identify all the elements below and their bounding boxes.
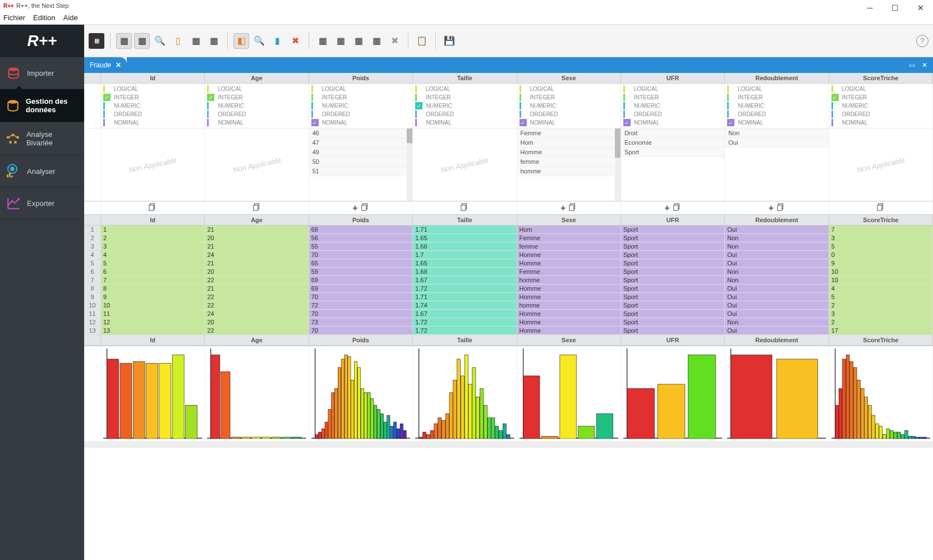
cell[interactable]: Oui xyxy=(725,251,829,259)
copy-icon[interactable] xyxy=(149,203,157,213)
cell[interactable]: Sport xyxy=(621,259,725,268)
cell[interactable]: 70 xyxy=(309,293,413,301)
add-icon[interactable]: + xyxy=(664,203,669,213)
type-option-numeric[interactable]: NUMERIC xyxy=(311,102,410,110)
menu-aide[interactable]: Aide xyxy=(63,13,78,22)
chart-cell-scoretriche[interactable] xyxy=(829,346,933,441)
cell[interactable]: 69 xyxy=(309,284,413,293)
cell[interactable]: 1.65 xyxy=(413,259,517,268)
minimize-button[interactable]: ─ xyxy=(857,0,883,16)
delete-col-button[interactable]: ▦ xyxy=(206,33,222,49)
cell[interactable]: 3 xyxy=(829,310,933,318)
cell[interactable]: Hom xyxy=(517,226,621,234)
cell[interactable]: 3 xyxy=(829,234,933,242)
cell[interactable]: 10 xyxy=(829,276,933,284)
copy-icon[interactable] xyxy=(877,203,885,213)
cell[interactable]: 1.66 xyxy=(413,242,517,251)
cell[interactable]: 5 xyxy=(101,259,205,268)
cell[interactable]: 10 xyxy=(101,301,205,310)
cell[interactable]: 9 xyxy=(101,293,205,301)
type-option-numeric[interactable]: NUMERIC xyxy=(520,102,618,110)
table-row[interactable]: 5521651.65HommeSportOui9 xyxy=(84,259,933,268)
menu-edition[interactable]: Edition xyxy=(33,13,56,22)
cell[interactable]: 21 xyxy=(205,226,309,234)
maximize-button[interactable]: ☐ xyxy=(883,0,908,16)
value-item[interactable]: Droit xyxy=(621,128,724,138)
tab-maximize-icon[interactable]: ▭ xyxy=(909,61,915,69)
tab-close-icon[interactable]: ✕ xyxy=(116,61,121,69)
type-option-nominal[interactable]: NOMINAL xyxy=(311,118,410,127)
chart-cell-id[interactable] xyxy=(101,346,205,441)
scrollbar[interactable] xyxy=(615,128,621,201)
cell[interactable]: 8 xyxy=(101,284,205,293)
data-grid[interactable]: 1121681.71HomSportOui72220561.65FemmeSpo… xyxy=(84,226,933,335)
column-header[interactable]: Taille xyxy=(413,73,517,83)
type-option-ordered[interactable]: ORDERED xyxy=(520,110,618,118)
sidebar-item-bivariee[interactable]: Analyse Bivariée xyxy=(0,122,84,155)
table-row[interactable]: 2220561.65FemmeSportNon3 xyxy=(84,234,933,242)
column-header[interactable]: Age xyxy=(205,335,309,345)
type-option-numeric[interactable]: NUMERIC xyxy=(831,102,930,110)
table-row[interactable]: 131322701.72HommeSportOui17 xyxy=(84,327,933,335)
type-option-nominal[interactable]: NOMINAL xyxy=(103,118,202,127)
table-row[interactable]: 121220731.72HommeSportNon2 xyxy=(84,318,933,327)
copy-cell[interactable]: + xyxy=(621,201,725,214)
value-item[interactable]: Economie xyxy=(621,138,724,148)
chart-button[interactable]: ▮ xyxy=(269,33,285,49)
cell[interactable]: 1.72 xyxy=(413,327,517,335)
column-header[interactable]: Redoublement xyxy=(725,215,829,225)
type-option-integer[interactable]: INTEGER xyxy=(831,93,930,102)
cell[interactable]: Sport xyxy=(621,318,725,327)
column-header[interactable]: Id xyxy=(101,335,205,345)
value-item[interactable]: 46 xyxy=(309,128,412,138)
add-icon[interactable]: + xyxy=(352,203,357,213)
type-view-button[interactable]: ◧ xyxy=(233,33,249,49)
sidebar-item-analyser[interactable]: Analyser xyxy=(0,155,84,187)
cell[interactable]: 4 xyxy=(101,251,205,259)
clipboard-button[interactable]: 📋 xyxy=(414,33,430,49)
cell[interactable]: femme xyxy=(517,242,621,251)
sidebar-item-exporter[interactable]: Exporter xyxy=(0,187,84,219)
copy-cell[interactable]: + xyxy=(517,201,621,214)
column-header[interactable]: Taille xyxy=(413,335,517,345)
scrollbar[interactable] xyxy=(407,128,412,201)
cell[interactable]: 69 xyxy=(309,276,413,284)
type-option-logical[interactable]: LOGICAL xyxy=(311,85,410,93)
cell[interactable]: Sport xyxy=(621,284,725,293)
type-option-logical[interactable]: LOGICAL xyxy=(207,85,306,93)
cell[interactable]: Sport xyxy=(621,251,725,259)
table4-button[interactable]: ▦ xyxy=(369,33,384,49)
type-option-numeric[interactable]: NUMERIC xyxy=(207,102,306,110)
column-header[interactable]: Poids xyxy=(309,73,413,83)
type-option-ordered[interactable]: ORDERED xyxy=(831,110,930,118)
cell[interactable]: Oui xyxy=(725,310,829,318)
value-item[interactable]: Femme xyxy=(517,128,621,138)
cell[interactable]: 10 xyxy=(829,268,933,276)
cell[interactable]: Homme xyxy=(517,327,621,335)
cell[interactable]: 5 xyxy=(829,242,933,251)
cell[interactable]: 4 xyxy=(829,284,933,293)
column-header[interactable]: UFR xyxy=(621,335,725,345)
column-header[interactable]: ScoreTriche xyxy=(829,215,933,225)
sidebar-item-importer[interactable]: Importer xyxy=(0,57,84,89)
add-icon[interactable]: + xyxy=(769,203,774,213)
column-header[interactable]: Poids xyxy=(309,215,413,225)
column-header[interactable]: Sexe xyxy=(517,73,621,83)
zoom-button[interactable]: 🔍 xyxy=(152,33,168,49)
type-option-nominal[interactable]: NOMINAL xyxy=(727,118,826,127)
cell[interactable]: 0 xyxy=(829,251,933,259)
cell[interactable]: 2 xyxy=(829,318,933,327)
cell[interactable]: Homme xyxy=(517,284,621,293)
type-option-numeric[interactable]: NUMERIC xyxy=(623,102,722,110)
cell[interactable]: 70 xyxy=(309,310,413,318)
cell[interactable]: 1.65 xyxy=(413,234,517,242)
type-option-ordered[interactable]: ORDERED xyxy=(207,110,306,118)
cell[interactable]: 70 xyxy=(309,251,413,259)
column-header[interactable]: UFR xyxy=(621,215,725,225)
type-option-logical[interactable]: LOGICAL xyxy=(103,85,202,93)
cell[interactable]: Homme xyxy=(517,310,621,318)
cell[interactable]: Femme xyxy=(517,268,621,276)
cell[interactable]: 1.7 xyxy=(413,251,517,259)
table1-button[interactable]: ▦ xyxy=(315,33,330,49)
table-row[interactable]: 1121681.71HomSportOui7 xyxy=(84,226,933,234)
